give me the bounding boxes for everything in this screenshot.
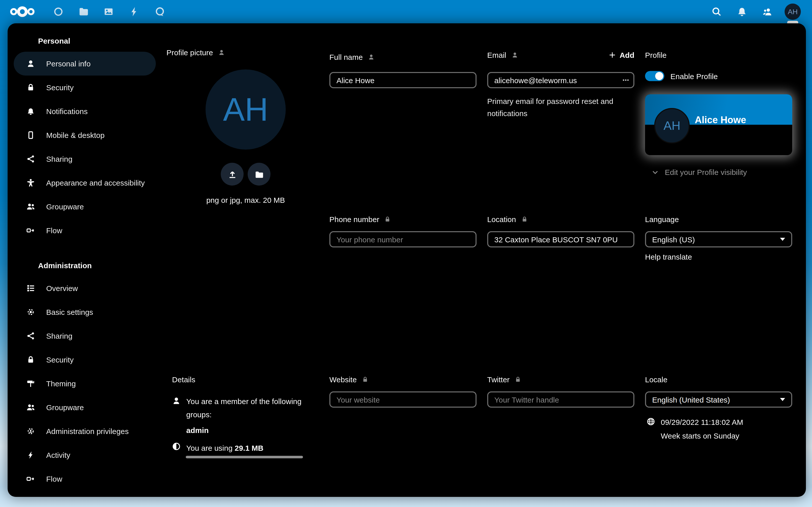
top-header-bar: AH [0,0,812,23]
upload-avatar-button[interactable] [221,163,244,185]
details-heading: Details [172,374,195,385]
user-avatar[interactable]: AH [784,4,801,20]
search-icon[interactable] [709,5,724,19]
language-label-row: Language [645,214,679,225]
admin-gear-icon [27,427,35,436]
phone-label-row: Phone number [329,214,391,225]
profile-picture-initials: AH [223,91,268,128]
lock-icon [27,355,35,364]
enable-profile-label: Enable Profile [670,72,718,80]
quota-pie-icon [172,442,181,453]
scope-lock-icon[interactable] [362,376,368,383]
notifications-bell-icon[interactable] [735,5,749,19]
group-icon [27,403,35,412]
dashboard-app-icon[interactable] [51,5,65,19]
sidebar-item-basic-settings[interactable]: Basic settings [8,300,160,324]
sidebar-item-mobile-desktop[interactable]: Mobile & desktop [8,123,160,147]
scope-person-icon[interactable] [218,49,224,56]
website-input[interactable] [329,391,476,408]
paint-roller-icon [27,379,35,388]
profile-picture-hint: png or jpg, max. 20 MB [174,196,317,204]
website-label-row: Website [329,374,368,385]
sidebar-personal-heading: Personal [38,37,160,47]
enable-profile-toggle[interactable] [645,71,664,81]
nextcloud-logo-icon[interactable] [8,4,40,21]
scope-lock-icon[interactable] [385,216,391,222]
overview-list-icon [27,284,35,292]
person-icon [27,59,35,68]
talk-app-icon[interactable] [153,5,167,19]
choose-from-files-button[interactable] [248,163,270,185]
quota-progressbar [186,456,303,458]
group-icon [27,202,35,211]
locale-select[interactable]: English (United States) [645,391,792,408]
add-email-button[interactable]: Add [609,50,635,59]
share-icon [27,332,35,340]
sidebar-item-appearance-accessibility[interactable]: Appearance and accessibility [8,171,160,195]
select-caret-icon [780,238,785,241]
profile-preview-card[interactable]: Alice Howe AH [645,94,792,155]
plus-icon [609,51,616,58]
phone-input[interactable] [329,231,476,247]
quota-usage-value: 29.1 MB [235,444,263,452]
files-app-icon[interactable] [77,5,91,19]
full-name-label-row: Full name [329,51,374,62]
email-helper-text: Primary email for password reset and not… [487,95,625,120]
lightning-icon [27,451,35,459]
scope-lock-icon[interactable] [515,376,521,383]
scope-person-icon[interactable] [368,54,374,60]
email-actions-icon[interactable] [622,76,629,83]
help-translate-link[interactable]: Help translate [645,252,692,261]
sidebar-item-admin-activity[interactable]: Activity [8,443,160,467]
flow-icon [27,474,35,483]
folder-icon [255,170,264,179]
sidebar-item-sharing[interactable]: Sharing [8,147,160,171]
chevron-down-icon [652,169,659,176]
sidebar-item-admin-flow[interactable]: Flow [8,467,160,491]
profile-heading: Profile [645,49,667,60]
accessibility-icon [27,178,35,187]
settings-sidebar: Personal Personal info Security Notifica… [8,23,160,497]
scope-person-icon[interactable] [511,51,518,58]
enable-profile-toggle-row[interactable]: Enable Profile [645,71,718,81]
email-label-row: Email Add [487,49,635,60]
sidebar-item-notifications[interactable]: Notifications [8,99,160,123]
profile-picture-avatar: AH [206,69,286,150]
full-name-input[interactable] [329,72,476,88]
sidebar-item-admin-sharing[interactable]: Sharing [8,324,160,348]
twitter-input[interactable] [487,391,635,408]
sidebar-item-security[interactable]: Security [8,75,160,99]
contacts-icon[interactable] [760,5,774,19]
edit-profile-visibility[interactable]: Edit your Profile visibility [652,168,747,176]
sidebar-administration-heading: Administration [38,261,160,271]
sidebar-item-admin-groupware[interactable]: Groupware [8,395,160,419]
profile-picture-heading: Profile picture [166,47,224,58]
mobile-icon [27,131,35,139]
user-avatar-initials: AH [788,8,798,16]
bell-icon [27,107,35,116]
globe-icon [647,417,655,428]
sidebar-item-theming[interactable]: Theming [8,372,160,395]
sidebar-item-personal-info[interactable]: Personal info [8,52,160,75]
sidebar-item-administration-privileges[interactable]: Administration privileges [8,419,160,443]
group-name: admin [186,424,209,437]
activity-app-icon[interactable] [127,5,141,19]
page: AH Personal Personal info Security Notif… [0,0,812,507]
sidebar-item-admin-talk[interactable]: Talk [8,491,160,497]
group-membership-text: You are a member of the following groups… [186,395,304,421]
sidebar-item-flow[interactable]: Flow [8,219,160,242]
upload-icon [227,170,237,179]
quota-usage-text: You are using 29.1 MB [186,442,263,455]
locale-label-row: Locale [645,374,667,385]
location-input[interactable] [487,231,635,247]
sidebar-item-overview[interactable]: Overview [8,276,160,300]
email-input[interactable] [487,72,635,88]
location-label-row: Location [487,214,527,225]
lock-icon [27,83,35,92]
share-icon [27,155,35,163]
scope-lock-icon[interactable] [521,216,527,222]
sidebar-item-groupware[interactable]: Groupware [8,195,160,219]
language-select[interactable]: English (US) [645,231,792,247]
sidebar-item-admin-security[interactable]: Security [8,348,160,372]
photos-app-icon[interactable] [101,5,116,19]
